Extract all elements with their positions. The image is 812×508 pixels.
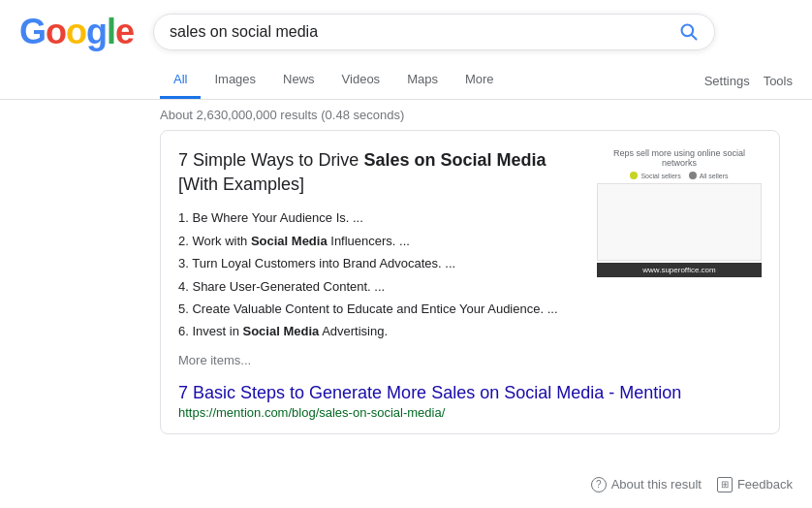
nav-right: Settings Tools — [704, 74, 793, 88]
logo-letter-o2: o — [66, 12, 86, 51]
about-result-label: About this result — [611, 477, 702, 492]
chart-thumbnail: Reps sell more using online social netwo… — [597, 148, 762, 367]
main-content: 7 Simple Ways to Drive Sales on Social M… — [0, 130, 812, 469]
feedback-label: Feedback — [737, 477, 793, 492]
search-icon — [679, 22, 699, 42]
list-item: Be Where Your Audience Is. ... — [178, 206, 581, 229]
logo-letter-l: l — [107, 12, 115, 51]
result-text-area: 7 Simple Ways to Drive Sales on Social M… — [178, 148, 581, 367]
result-title[interactable]: 7 Simple Ways to Drive Sales on Social M… — [178, 148, 581, 197]
search-button[interactable] — [679, 22, 699, 42]
about-result[interactable]: ? About this result — [591, 477, 702, 492]
results-count: About 2,630,000,000 results (0.48 second… — [0, 100, 812, 130]
footer: ? About this result ⊞ Feedback — [0, 469, 812, 500]
tools-link[interactable]: Tools — [764, 74, 793, 88]
second-result-title[interactable]: 7 Basic Steps to Generate More Sales on … — [178, 383, 681, 402]
second-result: 7 Basic Steps to Generate More Sales on … — [178, 383, 762, 420]
feedback-button[interactable]: ⊞ Feedback — [717, 477, 793, 492]
header: Google — [0, 0, 812, 52]
settings-link[interactable]: Settings — [704, 74, 750, 88]
tab-images[interactable]: Images — [201, 62, 269, 99]
google-logo[interactable]: Google — [19, 12, 134, 52]
search-container — [153, 14, 715, 50]
chart-bars — [597, 183, 762, 261]
tab-all[interactable]: All — [160, 62, 201, 99]
tab-maps[interactable]: Maps — [393, 62, 452, 99]
tab-more[interactable]: More — [452, 62, 508, 99]
logo-letter-g2: g — [86, 12, 107, 51]
chart-title: Reps sell more using online social netwo… — [597, 148, 762, 168]
feedback-icon: ⊞ — [717, 477, 733, 492]
result-card-inner: 7 Simple Ways to Drive Sales on Social M… — [178, 148, 762, 367]
svg-line-1 — [692, 35, 697, 40]
legend-all-sellers: All sellers — [689, 172, 729, 179]
result-list: Be Where Your Audience Is. ... Work with… — [178, 206, 581, 342]
logo-letter-g: G — [19, 12, 46, 51]
second-result-url: https://mention.com/blog/sales-on-social… — [178, 405, 762, 420]
list-item: Turn Loyal Customers into Brand Advocate… — [178, 252, 581, 274]
tab-videos[interactable]: Videos — [328, 62, 394, 99]
chart-source: www.superoffice.com — [597, 263, 762, 277]
search-bar[interactable] — [153, 14, 715, 50]
chart-legend: Social sellers All sellers — [597, 172, 762, 179]
legend-label-all: All sellers — [700, 173, 729, 179]
result-card: 7 Simple Ways to Drive Sales on Social M… — [160, 130, 780, 434]
nav-tabs: All Images News Videos Maps More — [160, 62, 704, 99]
about-icon: ? — [591, 477, 607, 492]
list-item: Invest in Social Media Advertising. — [178, 320, 581, 342]
legend-label-social: Social sellers — [640, 173, 680, 179]
logo-letter-e: e — [115, 12, 134, 51]
tab-news[interactable]: News — [269, 62, 328, 99]
legend-dot-all — [689, 172, 697, 179]
legend-dot-social — [630, 172, 638, 179]
list-item: Share User-Generated Content. ... — [178, 275, 581, 298]
more-items-link[interactable]: More items... — [178, 353, 581, 367]
list-item: Work with Social Media Influencers. ... — [178, 230, 581, 252]
search-input[interactable] — [170, 23, 679, 41]
nav-bar: All Images News Videos Maps More Setting… — [0, 62, 812, 100]
legend-social-sellers: Social sellers — [630, 172, 680, 179]
list-item: Create Valuable Content to Educate and E… — [178, 298, 581, 320]
logo-letter-o1: o — [46, 12, 66, 51]
